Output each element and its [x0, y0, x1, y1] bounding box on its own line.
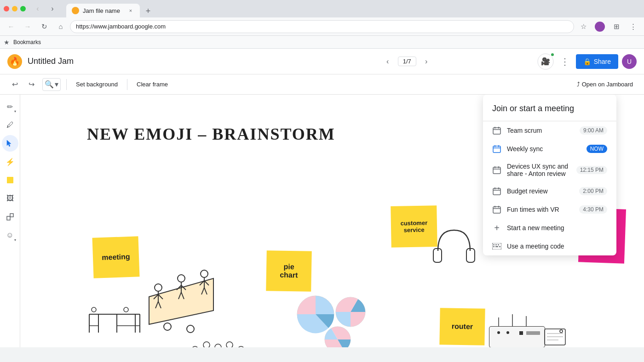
meeting-name-1: Weekly sync: [507, 145, 581, 153]
start-new-meeting-action[interactable]: + Start a new meeting: [483, 219, 616, 237]
more-options-button[interactable]: ⋮: [558, 54, 572, 69]
svg-rect-132: [493, 146, 500, 153]
meeting-item-3[interactable]: Budget review 2:00 PM: [483, 182, 616, 200]
svg-point-39: [215, 344, 221, 347]
more-tools-button[interactable]: ☺ ▾: [2, 227, 18, 243]
meeting-time-1: NOW: [586, 145, 607, 153]
sticky-note-icon: [6, 176, 14, 184]
calendar-icon-0: [492, 126, 501, 135]
bookmarks-bar: ★ Bookmarks: [0, 36, 644, 49]
address-text: https://www.jamboard.google.com: [76, 23, 166, 30]
svg-point-63: [560, 330, 563, 333]
svg-point-43: [203, 342, 210, 347]
main-area: ✏ ▾ 🖊 ⚡ 🖼: [0, 95, 644, 347]
meeting-popup-header: Join or start a meeting: [483, 95, 616, 121]
svg-rect-4: [7, 216, 10, 220]
select-icon: [6, 139, 14, 147]
sticky-meeting[interactable]: meeting: [92, 236, 139, 278]
meeting-time-3: 2:00 PM: [579, 187, 607, 195]
maximize-dot[interactable]: [20, 6, 26, 11]
meeting-popup-title: Join or start a meeting: [492, 104, 574, 113]
meet-button[interactable]: 🎥: [537, 53, 554, 70]
browser-menu-button[interactable]: ⋮: [626, 19, 640, 34]
select-tool-button[interactable]: [2, 135, 18, 152]
share-button[interactable]: 🔒 Share: [576, 54, 618, 69]
image-tool-button[interactable]: 🖼: [2, 190, 18, 207]
close-dot[interactable]: [4, 6, 9, 11]
extensions-button[interactable]: ⊞: [609, 19, 624, 34]
meeting-item-4[interactable]: Fun times with VR 4:30 PM: [483, 200, 616, 219]
pen-tool-arrow: ▾: [13, 109, 17, 114]
bookmark-button[interactable]: ☆: [576, 19, 591, 34]
frame-indicator: 1/7: [398, 57, 416, 66]
browser-home-button[interactable]: ⌂: [53, 19, 68, 34]
user-avatar[interactable]: U: [622, 54, 637, 69]
redo-button[interactable]: ↪: [24, 77, 39, 92]
meeting-item-1[interactable]: Weekly sync NOW: [483, 140, 616, 158]
router-drawing: [485, 306, 568, 347]
share-lock-icon: 🔒: [583, 58, 591, 65]
shapes-tool-button[interactable]: [2, 209, 18, 225]
prev-frame-button[interactable]: ‹: [381, 55, 394, 68]
profile-button[interactable]: [592, 19, 607, 34]
next-frame-button[interactable]: ›: [420, 55, 433, 68]
browser-back-button[interactable]: ←: [4, 19, 18, 34]
meeting-name-2: Devices UX sync and share - Anton review: [507, 163, 571, 177]
toolbar-divider-1: [66, 79, 67, 90]
svg-rect-149: [493, 244, 494, 245]
address-bar[interactable]: https://www.jamboard.google.com: [70, 20, 574, 33]
back-button[interactable]: ‹: [31, 2, 44, 15]
meeting-item-0[interactable]: Team scrum 9:00 AM: [483, 121, 616, 140]
use-meeting-code-action[interactable]: Use a meeting code: [483, 237, 616, 255]
browser-window: ‹ › Jam file name × + ← → ↻ ⌂ https://ww…: [0, 0, 644, 49]
browser-forward-button[interactable]: →: [20, 19, 35, 34]
svg-rect-51: [489, 327, 545, 347]
canvas-area[interactable]: NEW EMOJI – BRAINSTORM meeting pie chart…: [20, 95, 644, 347]
start-meeting-label: Start a new meeting: [507, 224, 564, 232]
zoom-icon-button[interactable]: 🔍: [45, 80, 54, 89]
active-tab[interactable]: Jam file name ×: [66, 4, 140, 17]
bench-drawing: [85, 305, 144, 342]
set-background-button[interactable]: Set background: [72, 79, 121, 90]
tab-close-button[interactable]: ×: [127, 7, 134, 14]
undo-button[interactable]: ↩: [7, 77, 22, 92]
laser-tool-button[interactable]: ⚡: [2, 153, 18, 170]
sticky-router[interactable]: router: [439, 308, 485, 345]
sticky-note-tool-button[interactable]: [2, 172, 18, 188]
toolbar-divider-2: [127, 79, 127, 90]
svg-point-41: [238, 346, 244, 347]
svg-point-18: [201, 270, 208, 277]
clear-frame-button[interactable]: Clear frame: [133, 79, 172, 90]
tab-title: Jam file name: [83, 7, 123, 14]
forward-button[interactable]: ›: [46, 2, 59, 15]
svg-rect-144: [493, 207, 500, 213]
calendar-icon-1: [492, 144, 501, 153]
undo-redo-group: ↩ ↪: [7, 77, 39, 92]
meeting-item-2[interactable]: Devices UX sync and share - Anton review…: [483, 158, 616, 182]
svg-point-12: [178, 275, 185, 282]
svg-point-24: [164, 323, 171, 330]
svg-point-37: [192, 346, 198, 347]
svg-rect-3: [7, 177, 13, 183]
header-right: 🎥 ⋮ 🔒 Share U: [537, 53, 637, 70]
svg-point-35: [124, 307, 128, 312]
marker-tool-button[interactable]: 🖊: [2, 117, 18, 133]
meeting-time-0: 9:00 AM: [580, 126, 607, 135]
canvas-title: NEW EMOJI – BRAINSTORM: [87, 124, 335, 144]
new-tab-button[interactable]: +: [142, 5, 155, 17]
browser-refresh-button[interactable]: ↻: [37, 19, 52, 34]
open-on-jamboard-button[interactable]: ⤴ Open on Jamboard: [573, 79, 637, 90]
browser-dots: [4, 6, 26, 11]
zoom-dropdown-button[interactable]: ▾: [55, 80, 58, 89]
more-tools-arrow: ▾: [13, 238, 17, 243]
open-label: Open on Jamboard: [582, 81, 633, 88]
pie-charts-drawing: [296, 282, 370, 347]
minimize-dot[interactable]: [12, 6, 17, 11]
svg-rect-136: [493, 167, 500, 174]
app-title[interactable]: Untitled Jam: [28, 57, 277, 66]
pen-tool-button[interactable]: ✏ ▾: [2, 98, 18, 115]
meeting-time-4: 4:30 PM: [579, 205, 607, 214]
tab-bar: Jam file name × +: [63, 0, 640, 17]
svg-point-6: [155, 284, 162, 291]
bookmarks-label[interactable]: Bookmarks: [13, 39, 41, 45]
